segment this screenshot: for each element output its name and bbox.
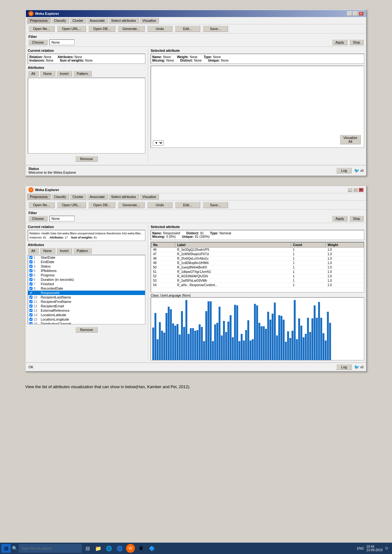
attr-list-item-1[interactable]: 1StartDate <box>28 255 145 260</box>
attr-checkbox-19[interactable] <box>29 322 33 324</box>
filter-value-input-2[interactable] <box>49 216 75 221</box>
filter-choose-btn-1[interactable]: Choose <box>28 39 47 45</box>
undo-btn-2[interactable]: Undo <box>147 202 172 208</box>
start-btn[interactable]: ⊞ <box>1 544 11 553</box>
minimize-btn-2[interactable]: _ <box>347 188 352 192</box>
pattern-btn-2[interactable]: Pattern <box>73 248 91 254</box>
table-row[interactable]: 47R_2sWW5hwjnUFKTd11.0 <box>151 252 364 256</box>
close-btn-1[interactable]: ✕ <box>359 11 364 16</box>
taskbar-icon-calc[interactable]: 🖩 <box>137 544 146 553</box>
filter-stop-btn-2[interactable]: Stop <box>349 216 364 221</box>
attr-checkbox-7[interactable] <box>29 282 33 286</box>
viz-dropdown-1[interactable]: ▼ <box>153 140 164 146</box>
save-btn-1[interactable]: Save... <box>203 26 228 32</box>
attr-checkbox-13[interactable] <box>29 309 33 312</box>
restore-btn-2[interactable]: □ <box>353 188 358 192</box>
attr-list-1[interactable] <box>28 78 145 154</box>
close-btn-2[interactable]: ✕ <box>359 188 364 192</box>
taskbar-icon-chrome[interactable]: 🌐 <box>105 544 113 553</box>
table-row[interactable]: 50R_2uerp8N4nkBmK011.0 <box>151 265 364 270</box>
table-row[interactable]: 49R_1cdEMup8m1fH8iN11.0 <box>151 261 364 265</box>
edit-btn-1[interactable]: Edit... <box>175 26 200 32</box>
attr-list-item-7[interactable]: 7Finished <box>28 282 145 286</box>
tab-visualize-2[interactable]: Visualize <box>140 194 159 200</box>
attr-checkbox-2[interactable] <box>29 260 33 263</box>
taskbar-icon-app[interactable]: 🔷 <box>148 544 156 553</box>
tab-cluster-1[interactable]: Cluster <box>69 18 86 23</box>
open-db-btn-1[interactable]: Open DB... <box>88 26 115 32</box>
edit-btn-2[interactable]: Edit... <box>175 202 200 208</box>
generate-btn-1[interactable]: Generate... <box>118 26 145 32</box>
remove-btn-1[interactable]: Remove <box>75 156 98 162</box>
filter-apply-btn-1[interactable]: Apply <box>332 39 348 45</box>
undo-btn-1[interactable]: Undo <box>147 26 172 32</box>
taskbar-notification[interactable]: 🗨 <box>385 547 388 550</box>
none-btn-1[interactable]: None <box>40 71 55 76</box>
taskbar-icon-weka[interactable]: W <box>126 544 135 553</box>
visualize-all-btn-1[interactable]: Visualize All <box>340 135 361 144</box>
tab-associate-1[interactable]: Associate <box>87 18 108 23</box>
table-row[interactable]: 51R_1dbpwOT4gr1JvmN111.0 <box>151 270 364 274</box>
taskbar-icon-file-explorer[interactable]: 📁 <box>94 544 103 553</box>
open-file-btn-1[interactable]: Open file... <box>28 26 55 32</box>
attr-list-item-8[interactable]: 8RecordedDate <box>28 286 145 291</box>
taskbar-search-input[interactable] <box>19 544 82 553</box>
minimize-btn-1[interactable]: _ <box>347 11 352 16</box>
invert-btn-1[interactable]: Invert <box>57 71 72 76</box>
invert-btn-2[interactable]: Invert <box>57 248 72 254</box>
attr-checkbox-3[interactable] <box>29 265 33 268</box>
tab-preprocess-1[interactable]: Preprocess <box>27 18 51 23</box>
attr-checkbox-6[interactable] <box>29 278 33 281</box>
attr-checkbox-1[interactable] <box>29 256 33 259</box>
tab-visualize-1[interactable]: Visualize <box>140 18 159 23</box>
filter-apply-btn-2[interactable]: Apply <box>332 216 348 221</box>
taskbar-icon-edge[interactable]: 🌀 <box>115 544 124 553</box>
tab-classify-2[interactable]: Classify <box>51 194 69 200</box>
tab-select-attributes-2[interactable]: Select attributes <box>108 194 139 200</box>
attr-list-item-15[interactable]: 15LocationLongitude <box>28 317 145 322</box>
tab-select-attributes-1[interactable]: Select attributes <box>108 18 139 23</box>
filter-choose-btn-2[interactable]: Choose <box>28 216 47 221</box>
selected-attr-table-2[interactable]: No.LabelCountWeight46R_3sO0gQ120vdnVP511… <box>151 242 364 292</box>
all-btn-1[interactable]: All <box>28 71 39 76</box>
attr-list-item-4[interactable]: 4IPAddress <box>28 268 145 273</box>
none-btn-2[interactable]: None <box>40 248 55 254</box>
log-btn-1[interactable]: Log <box>336 168 352 173</box>
attr-checkbox-8[interactable] <box>29 287 33 290</box>
attr-list-item-14[interactable]: 14LocationLatitude <box>28 313 145 317</box>
filter-stop-btn-1[interactable]: Stop <box>349 39 364 45</box>
attr-list-item-10[interactable]: 10RecipientLastName <box>28 295 145 299</box>
attr-checkbox-9[interactable] <box>29 291 33 294</box>
table-row[interactable]: 54R_aHn...ResponseContent...11.0 <box>151 283 364 287</box>
filter-value-input-1[interactable]: None <box>49 39 75 45</box>
all-btn-2[interactable]: All <box>28 248 39 254</box>
table-row[interactable]: 52R_AG91fkkWrQhJGN11.0 <box>151 274 364 279</box>
remove-btn-2[interactable]: Remove <box>75 327 98 333</box>
restore-btn-1[interactable]: □ <box>353 11 358 16</box>
attr-checkbox-15[interactable] <box>29 318 33 321</box>
attr-list-item-6[interactable]: 6Duration (in seconds) <box>28 277 145 282</box>
attr-checkbox-4[interactable] <box>29 269 33 272</box>
table-row[interactable]: 53R_2aIfSFbLwG9VMb11.0 <box>151 279 364 283</box>
save-btn-2[interactable]: Save... <box>203 202 228 208</box>
attr-list-item-19[interactable]: 19DistributionChannel <box>28 322 145 324</box>
attr-list-item-12[interactable]: 12RecipientEmail <box>28 304 145 308</box>
table-row[interactable]: 48R_2hx6QeLuVn4du2u11.0 <box>151 256 364 261</box>
table-row[interactable]: 46R_3sO0gQ120vdnVP511.0 <box>151 248 364 252</box>
attr-checkbox-10[interactable] <box>29 296 33 299</box>
tab-preprocess-2[interactable]: Preprocess <box>27 194 51 200</box>
taskbar-search-icon[interactable]: 🔍 <box>12 546 17 551</box>
tab-classify-1[interactable]: Classify <box>51 18 69 23</box>
tab-cluster-2[interactable]: Cluster <box>69 194 86 200</box>
attr-checkbox-12[interactable] <box>29 304 33 308</box>
attr-list-item-9[interactable]: 9ResponseId <box>28 291 145 295</box>
attr-checkbox-11[interactable] <box>29 300 33 303</box>
attr-checkbox-5[interactable] <box>29 274 33 277</box>
attr-list-item-2[interactable]: 2EndDate <box>28 260 145 264</box>
attr-list-item-11[interactable]: 11RecipientFirstName <box>28 299 145 304</box>
attr-list-item-3[interactable]: 3Status <box>28 264 145 268</box>
open-url-btn-1[interactable]: Open URL... <box>57 26 86 32</box>
generate-btn-2[interactable]: Generate... <box>118 202 145 208</box>
attr-list-2[interactable]: 1StartDate2EndDate3Status4IPAddress5Prog… <box>28 255 145 324</box>
pattern-btn-1[interactable]: Pattern <box>73 71 91 76</box>
